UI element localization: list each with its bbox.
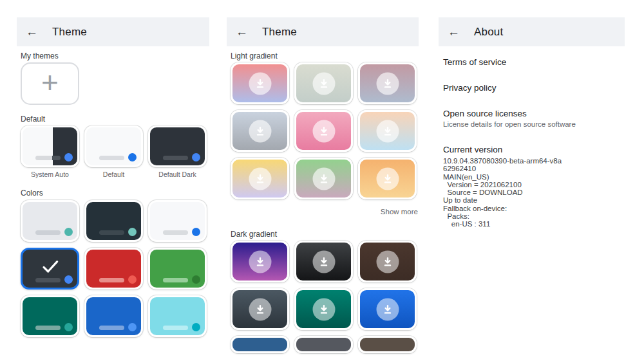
gradient-theme-swatch[interactable]	[231, 336, 289, 353]
my-themes-label: My themes	[21, 51, 209, 60]
color-theme-swatch[interactable]	[84, 295, 143, 337]
current-version-item: Current version 10.9.04.387080390-beta-a…	[443, 145, 625, 228]
download-icon	[312, 298, 335, 320]
gradient-theme-swatch[interactable]	[231, 241, 289, 282]
dark-gradient-label: Dark gradient	[231, 230, 419, 239]
color-theme-swatch[interactable]	[148, 200, 207, 242]
gradient-theme-swatch[interactable]	[294, 241, 353, 282]
add-theme-button[interactable]: +	[21, 62, 79, 105]
download-icon	[249, 298, 271, 320]
enter-key-dot	[128, 228, 137, 236]
gradient-theme-swatch[interactable]	[294, 288, 353, 330]
enter-key-dot	[64, 323, 73, 331]
page-title: About	[474, 26, 503, 39]
color-theme-swatch[interactable]	[21, 200, 79, 242]
back-button[interactable]: ←	[26, 26, 38, 38]
page-title: Theme	[262, 26, 297, 39]
gradient-theme-swatch[interactable]	[358, 241, 417, 282]
gradient-theme-swatch[interactable]	[231, 158, 289, 199]
spacebar-preview	[99, 230, 124, 235]
theme-card-label: Default Dark	[158, 170, 196, 178]
gradient-theme-swatch[interactable]	[231, 110, 289, 152]
spacebar-preview	[35, 326, 60, 330]
spacebar-preview	[163, 230, 187, 235]
theme-card-default[interactable]	[84, 125, 143, 167]
plus-icon: +	[41, 65, 59, 100]
about-list: Terms of service Privacy policy Open sou…	[439, 57, 625, 228]
default-label: Default	[21, 115, 209, 124]
spacebar-preview	[35, 156, 60, 160]
enter-key-dot	[128, 153, 137, 161]
color-theme-swatch[interactable]	[84, 248, 143, 290]
check-icon	[37, 256, 63, 277]
theme-card-system-auto[interactable]	[21, 125, 79, 167]
download-icon	[312, 167, 335, 190]
terms-of-service-item[interactable]: Terms of service	[443, 57, 625, 67]
labeled-theme-card: Default	[84, 125, 143, 178]
spacebar-preview	[99, 156, 124, 160]
gradient-theme-swatch[interactable]	[358, 158, 417, 199]
gradient-theme-swatch[interactable]	[294, 158, 353, 199]
labeled-theme-card: Default Dark	[148, 125, 207, 178]
enter-key-dot	[128, 275, 137, 284]
theme-header: ← Theme	[17, 17, 209, 46]
item-title: Terms of service	[443, 57, 625, 67]
gradient-theme-swatch[interactable]	[358, 110, 417, 152]
spacebar-preview	[35, 278, 60, 282]
gradient-theme-swatch[interactable]	[294, 110, 353, 152]
about-header: ← About	[439, 17, 625, 46]
enter-key-dot	[64, 228, 73, 236]
color-theme-swatch[interactable]	[21, 295, 79, 337]
spacebar-preview	[35, 230, 60, 235]
page-title: Theme	[52, 26, 87, 39]
download-icon	[249, 120, 271, 142]
back-button[interactable]: ←	[448, 26, 460, 38]
theme-gradients-screen: ← Theme Light gradient Show more Dark gr…	[227, 17, 419, 353]
color-theme-swatch[interactable]	[84, 200, 143, 242]
theme-card-label: System Auto	[31, 170, 69, 178]
show-more-link[interactable]: Show more	[231, 208, 419, 216]
download-icon	[376, 72, 399, 95]
enter-key-dot	[192, 228, 200, 236]
spacebar-preview	[99, 278, 124, 282]
gradient-theme-swatch[interactable]	[294, 336, 353, 353]
spacebar-preview	[163, 326, 187, 330]
download-icon	[376, 120, 399, 142]
light-gradient-grid	[227, 62, 419, 199]
gradient-theme-swatch[interactable]	[358, 62, 417, 104]
theme-card-default-dark[interactable]	[148, 125, 207, 167]
colors-label: Colors	[21, 189, 209, 198]
download-icon	[312, 250, 335, 273]
dark-gradient-grid	[227, 241, 419, 353]
enter-key-dot	[64, 275, 73, 284]
current-version-details: 10.9.04.387080390-beta-arm64-v8a 6296241…	[443, 157, 625, 228]
labeled-theme-card: System Auto	[21, 125, 79, 178]
download-icon	[376, 167, 399, 190]
download-icon	[249, 250, 271, 273]
item-title: Privacy policy	[443, 83, 625, 93]
theme-card-label: Default	[103, 170, 124, 178]
gradient-theme-swatch[interactable]	[294, 62, 353, 104]
color-theme-swatch[interactable]	[148, 248, 207, 290]
gradient-theme-swatch[interactable]	[231, 62, 289, 104]
about-screen: ← About Terms of service Privacy policy …	[439, 17, 625, 228]
privacy-policy-item[interactable]: Privacy policy	[443, 83, 625, 93]
back-button[interactable]: ←	[236, 26, 248, 38]
download-icon	[376, 298, 399, 320]
theme-colors-screen: ← Theme My themes + Default System AutoD…	[17, 17, 209, 337]
spacebar-preview	[99, 326, 124, 330]
default-themes-row: System AutoDefaultDefault Dark	[17, 125, 209, 178]
current-version-title: Current version	[443, 145, 625, 154]
gradient-theme-swatch[interactable]	[358, 336, 417, 353]
colors-swatch-grid	[17, 200, 209, 337]
gradient-theme-swatch[interactable]	[358, 288, 417, 330]
enter-key-dot	[192, 275, 200, 284]
download-icon	[249, 167, 271, 190]
enter-key-dot	[128, 323, 137, 331]
gradient-theme-swatch[interactable]	[231, 288, 289, 330]
theme-header: ← Theme	[227, 17, 419, 46]
color-theme-swatch[interactable]	[148, 295, 207, 337]
download-icon	[249, 72, 271, 95]
color-theme-swatch[interactable]	[21, 248, 79, 290]
open-source-licenses-item[interactable]: Open source licenses License details for…	[443, 109, 625, 128]
